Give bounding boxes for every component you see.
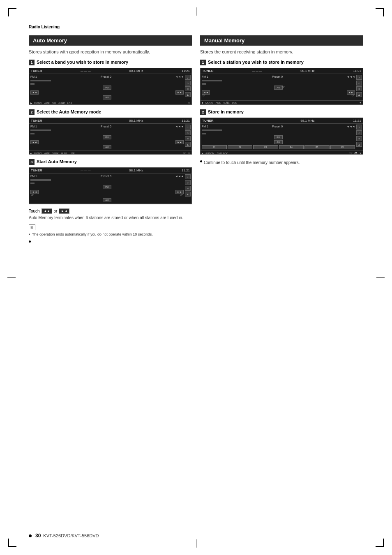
tuner-row-2b xyxy=(30,133,184,134)
tuner-preset-m2: Preset 0 xyxy=(272,125,283,128)
tuner-indicators-m1: — — — xyxy=(252,69,262,72)
tuner-pu-btn-3[interactable]: PU xyxy=(103,185,111,189)
tuner-preset-1: Preset 0 xyxy=(101,75,111,78)
tuner-bnd-m2: BND ROC xyxy=(216,152,229,155)
section-dot-left xyxy=(29,240,31,243)
ti-bar-m1 xyxy=(202,83,206,85)
tuner-arrows-m2: ◄◄◄ xyxy=(346,125,355,128)
tuner-ame-m1: AME xyxy=(215,102,222,104)
tuner-fm-m2: FM 1 xyxy=(202,125,208,128)
tuner-side-btn-2a: ♪ xyxy=(185,125,191,130)
tuner-next-1[interactable]: ►► xyxy=(175,90,184,95)
finger-icon-m2: ☞ xyxy=(349,151,353,155)
preset-p4[interactable]: P4 xyxy=(279,145,304,149)
tuner-prev-m1[interactable]: ◄◄ ☞ xyxy=(202,90,210,95)
tuner-loe-2: LOE xyxy=(69,152,76,155)
preset-p6[interactable]: P6 xyxy=(330,145,355,149)
tuner-side-m1: ♪ ○ ≡ ▲ xyxy=(356,74,363,100)
tuner-next-m1[interactable]: ►► ☞ xyxy=(347,90,355,95)
tuner-pu-btn-1[interactable]: PU xyxy=(103,86,111,90)
tuner-side-btn-m2c: ≡ xyxy=(356,136,362,141)
tuner-indicators-1: — — — xyxy=(81,69,91,72)
tuner-side-btn-3a: ♪ xyxy=(185,174,191,179)
ti-bar-2 xyxy=(30,133,35,134)
tuner-next-3[interactable]: ►► ☞ xyxy=(175,190,184,194)
step-1: 1 Select a band you wish to store in mem… xyxy=(29,59,192,105)
auto-memory-header: Auto Memory xyxy=(29,35,192,46)
tuner-label-2: TUNER xyxy=(31,119,42,123)
tuner-side-btn-m1a: ♪ xyxy=(356,75,362,80)
manual-step-1-title: 1 Select a station you wish to store in … xyxy=(200,59,363,65)
tuner-down-1: ▼ xyxy=(188,102,190,104)
or-label: or xyxy=(54,209,58,213)
tuner-indicators-3: — — — xyxy=(81,169,91,172)
tuner-bln-1: 6LNE ☞ xyxy=(58,102,65,104)
tuner-screen-2: TUNER — — — 98.1 MHz 11:21 FM 1 Preset 0 xyxy=(29,118,192,155)
tuner-freq-3: 98.1 MHz xyxy=(129,169,143,172)
ps-bar-3 xyxy=(30,179,51,181)
step-1-title: 1 Select a band you wish to store in mem… xyxy=(29,59,192,65)
tuner-indicators-m2: — — — xyxy=(252,119,262,122)
tuner-prev-3[interactable]: ◄◄ ☞ xyxy=(30,190,39,194)
tuner-body-3: FM 1 Preset 0 ◄◄◄ xyxy=(29,173,191,204)
tuner-freq-m2: 98.1 MHz xyxy=(300,119,314,123)
crosshair-left xyxy=(7,278,16,278)
tuner-pu-btn-m2[interactable]: PU xyxy=(274,135,282,139)
tuner-side-btn-3b: ○ xyxy=(185,180,191,185)
tuner-pu-btn-m1[interactable]: AU ☞ xyxy=(274,86,282,90)
manual-memory-header: Manual Memory xyxy=(200,35,363,46)
tuner-side-2: ♪ ○ ≡ ▲ xyxy=(185,124,191,150)
preset-p5[interactable]: P5 xyxy=(304,145,330,149)
tuner-top-bar-2: TUNER — — — 98.1 MHz 11:21 xyxy=(29,118,191,124)
tuner-next-2[interactable]: ►► xyxy=(175,140,184,144)
preset-p2[interactable]: P2 xyxy=(228,145,253,149)
tuner-side-btn-m2a: ♪ xyxy=(356,125,362,130)
step-3-text: Start Auto Memory xyxy=(37,159,77,164)
tuner-prev-2[interactable]: ◄◄ xyxy=(30,140,39,144)
manual-step-1-text: Select a station you wish to store in me… xyxy=(208,59,304,65)
tuner-side-1: ♪ ○ ≡ ▲ xyxy=(185,74,191,101)
corner-mark-tl xyxy=(8,8,16,16)
ps-bar-m1 xyxy=(202,80,222,81)
preset-p1[interactable]: P1 xyxy=(202,145,227,149)
ti-bar-m2 xyxy=(202,133,206,134)
step-2: 2 Select the Auto Memory mode TUNER — — … xyxy=(29,109,192,155)
tuner-side-btn-1d: ▲ xyxy=(185,92,191,97)
ps-bar-m2 xyxy=(202,130,222,131)
step-3-num: 3 xyxy=(29,159,35,165)
tuner-side-btn-3d: ▲ xyxy=(185,192,191,197)
tuner-arrows-m1: ◄◄◄ xyxy=(346,75,355,78)
auto-memory-section: Auto Memory Stores stations with good re… xyxy=(29,35,192,243)
continue-note-wrapper: Continue to touch until the memory numbe… xyxy=(200,159,363,166)
tuner-ame-1: AME xyxy=(44,102,51,104)
tuner-au-btn-3[interactable]: AU xyxy=(103,198,111,202)
corner-mark-tr xyxy=(376,8,384,16)
manual-memory-section: Manual Memory Stores the current receivi… xyxy=(200,35,363,243)
tuner-au-btn-2[interactable]: AU xyxy=(103,145,111,149)
tuner-label-3: TUNER xyxy=(31,169,42,172)
tuner-prev-1[interactable]: ◄◄ xyxy=(30,90,39,95)
tuner-preset-m1: Preset 0 xyxy=(272,75,283,78)
tuner-top-bar-1: TUNER — — — 00.1 MHz 11:21 xyxy=(29,68,191,74)
tuner-side-btn-m2b: ○ xyxy=(356,130,362,135)
tuner-play-2: ▶ xyxy=(30,152,32,155)
tuner-row-fm-m2: FM 1 Preset 0 ◄◄◄ xyxy=(202,125,355,128)
tuner-row-au-1: AU xyxy=(30,95,184,99)
tuner-row-au-3: AU xyxy=(30,198,184,202)
tuner-fm-m1: FM 1 xyxy=(202,75,208,78)
tuner-time-3: 11:21 xyxy=(182,169,190,172)
preset-p3[interactable]: P3 xyxy=(253,145,278,149)
tuner-side-btn-2b: ○ xyxy=(185,130,191,135)
tuner-au-btn-m2[interactable]: AU xyxy=(274,140,282,144)
tuner-indicators-2: — — — xyxy=(81,119,91,122)
tuner-fm-2: FM 1 xyxy=(30,125,37,128)
tuner-au-btn-1[interactable]: AU xyxy=(103,95,111,99)
tuner-seek-2: SEEK xyxy=(51,152,60,155)
crosshair-top xyxy=(196,7,196,16)
bullet-note: The operation ends automatically if you … xyxy=(29,232,192,237)
ti-bar-1 xyxy=(30,83,35,85)
btn-prev-inline: ◄◄ xyxy=(42,208,52,214)
tuner-main-m1: FM 1 Preset 0 ◄◄◄ xyxy=(201,74,356,100)
tuner-pu-btn-2[interactable]: PU xyxy=(103,135,111,139)
tuner-label-1: TUNER xyxy=(31,69,42,73)
